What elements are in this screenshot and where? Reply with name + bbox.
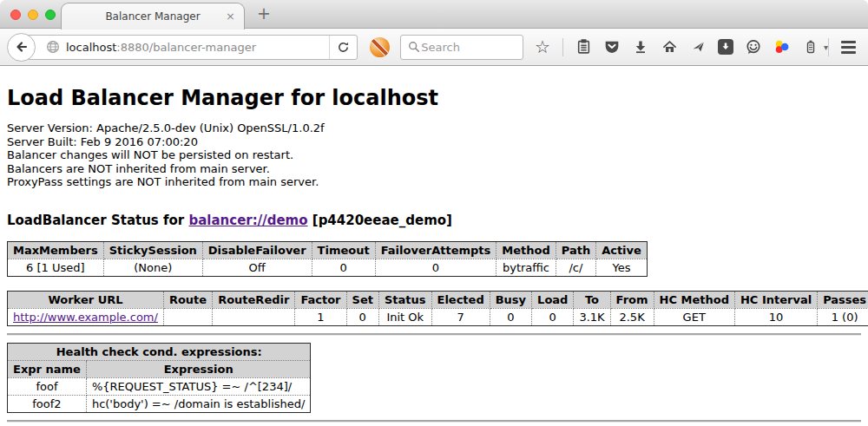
- col-header: Method: [496, 241, 556, 259]
- table-header-row: Expr name Expression: [8, 360, 311, 377]
- url-bar[interactable]: localhost:8880/balancer-manager: [21, 35, 358, 60]
- horizontal-rule: [7, 333, 861, 335]
- site-identity-globe-icon[interactable]: [46, 40, 60, 54]
- battery-extension-icon[interactable]: [802, 38, 819, 56]
- download-extension-icon[interactable]: [718, 39, 733, 55]
- minimize-window-button[interactable]: [28, 10, 38, 20]
- navigation-toolbar: localhost:8880/balancer-manager ☆: [0, 29, 868, 66]
- col-header: Elected: [431, 291, 490, 308]
- col-header: MaxMembers: [8, 241, 104, 259]
- col-header: FailoverAttempts: [375, 241, 496, 259]
- balancer-status-heading: LoadBalancer Status for balancer://demo …: [7, 213, 861, 228]
- cell-set: 0: [346, 308, 378, 325]
- video-downloadhelper-icon[interactable]: [773, 38, 791, 56]
- browser-window: Balancer Manager × + localhost:8880/bala…: [0, 0, 868, 426]
- server-built-line: Server Built: Feb 9 2016 07:00:20: [7, 135, 861, 149]
- cell-status: Init Ok: [378, 308, 431, 325]
- toolbar-right-group: [828, 38, 868, 56]
- col-header: RouteRedir: [213, 291, 295, 308]
- home-icon[interactable]: [661, 38, 678, 56]
- cell-busy: 0: [490, 308, 531, 325]
- table-row: http://www.example.com/ 1 0 Init Ok 7 0 …: [8, 308, 868, 325]
- status-heading-suffix: [p4420eeae_demo]: [312, 213, 452, 228]
- cell-maxmembers: 6 [1 Used]: [8, 259, 104, 276]
- col-header: Active: [596, 241, 648, 259]
- toolbar-separator: [562, 38, 563, 56]
- bookmark-star-icon[interactable]: ☆: [534, 38, 551, 56]
- table-header-row: Worker URL Route RouteRedir Factor Set S…: [8, 291, 868, 308]
- worker-url-link[interactable]: http://www.example.com/: [13, 311, 158, 324]
- bookmarks-menu-icon[interactable]: [575, 38, 592, 56]
- flashblock-extension-button[interactable]: [370, 37, 390, 57]
- balancer-settings-table: MaxMembers StickySession DisableFailover…: [7, 241, 648, 277]
- notice-line: Balancer changes will NOT be persisted o…: [7, 148, 861, 162]
- cell-from: 2.5K: [610, 308, 654, 325]
- table-row: 6 [1 Used] (None) Off 0 0 bytraffic /c/ …: [8, 259, 648, 276]
- col-header: Path: [556, 241, 595, 259]
- balancer-link[interactable]: balancer://demo: [188, 213, 307, 228]
- titlebar: Balancer Manager × +: [0, 0, 868, 29]
- browser-tab[interactable]: Balancer Manager ×: [61, 3, 245, 29]
- cell-expression: hc('body') =~ /domain is established/: [86, 395, 311, 412]
- col-header: From: [610, 291, 654, 308]
- zoom-window-button[interactable]: [45, 10, 56, 20]
- col-header: Worker URL: [8, 291, 164, 308]
- back-button[interactable]: [7, 33, 36, 62]
- emoji-extension-icon[interactable]: [745, 38, 762, 56]
- page-content: Load Balancer Manager for localhost Serv…: [0, 66, 868, 422]
- notice-line: ProxyPass settings are NOT inherited fro…: [7, 175, 861, 189]
- search-icon: [406, 38, 421, 56]
- table-title-row: Health check cond. expressions:: [8, 343, 311, 360]
- pocket-icon[interactable]: [603, 38, 621, 56]
- cell-passes: 1 (0): [818, 308, 868, 325]
- new-tab-button[interactable]: +: [257, 3, 271, 23]
- cell-hc-method: GET: [654, 308, 734, 325]
- search-bar[interactable]: [400, 35, 523, 60]
- cell-hc-interval: 10: [734, 308, 817, 325]
- server-version-line: Server Version: Apache/2.5.0-dev (Unix) …: [7, 121, 861, 135]
- col-header: Expression: [86, 360, 311, 377]
- toolbar-icons: ☆: [534, 38, 828, 56]
- col-header: Timeout: [312, 241, 375, 259]
- cell-load: 0: [532, 308, 574, 325]
- col-header: Factor: [295, 291, 346, 308]
- status-heading-prefix: LoadBalancer Status for: [7, 213, 184, 228]
- cell-active: Yes: [596, 259, 648, 276]
- col-header: Load: [532, 291, 574, 308]
- col-header: To: [574, 291, 610, 308]
- traffic-lights: [10, 10, 56, 20]
- search-input[interactable]: [421, 41, 517, 54]
- cell-factor: 1: [295, 308, 346, 325]
- col-header: Status: [378, 291, 431, 308]
- close-window-button[interactable]: [10, 10, 21, 20]
- col-header: HC Interval: [734, 291, 817, 308]
- col-header: Busy: [490, 291, 531, 308]
- cell-stickysession: (None): [103, 259, 202, 276]
- cell-expr-name: foof: [8, 377, 87, 395]
- health-table-title: Health check cond. expressions:: [8, 343, 311, 360]
- toolbar-separator: [828, 38, 829, 56]
- health-check-table: Health check cond. expressions: Expr nam…: [7, 343, 311, 413]
- cell-disablefailover: Off: [202, 259, 312, 276]
- reload-button[interactable]: [329, 36, 357, 59]
- page-title: Load Balancer Manager for localhost: [7, 66, 861, 110]
- cell-routeredir: [213, 308, 295, 325]
- cell-timeout: 0: [312, 259, 375, 276]
- cell-method: bytraffic: [496, 259, 556, 276]
- col-header: Set: [346, 291, 378, 308]
- cell-failoverattempts: 0: [375, 259, 496, 276]
- col-header: DisableFailover: [202, 241, 312, 259]
- horizontal-rule: [7, 420, 861, 422]
- table-header-row: MaxMembers StickySession DisableFailover…: [8, 241, 648, 259]
- downloads-icon[interactable]: [632, 38, 649, 56]
- table-row: foof2 hc('body') =~ /domain is establish…: [8, 395, 311, 412]
- col-header: Route: [163, 291, 212, 308]
- cell-route: [163, 308, 212, 325]
- cell-expression: %{REQUEST_STATUS} =~ /^[234]/: [86, 377, 311, 395]
- cell-path: /c/: [556, 259, 595, 276]
- menu-button[interactable]: [841, 41, 856, 54]
- col-header: Passes: [818, 291, 868, 308]
- col-header: HC Method: [654, 291, 734, 308]
- tab-close-icon[interactable]: ×: [226, 10, 235, 23]
- send-plane-icon[interactable]: [689, 38, 707, 56]
